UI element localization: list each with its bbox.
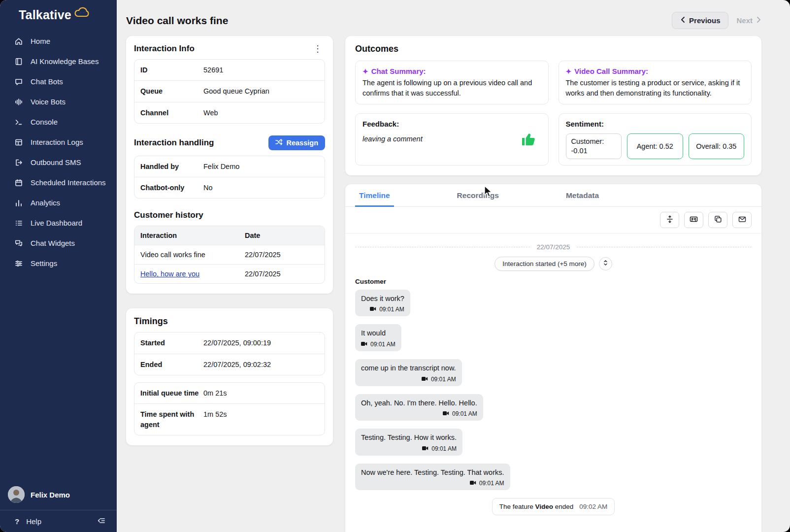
column-header: Interaction <box>140 232 245 239</box>
chat-message: Testing. Testing. How it works. 09:01 AM <box>355 429 462 456</box>
cloud-logo-icon <box>73 6 91 21</box>
next-button[interactable]: Next <box>736 16 761 25</box>
cassette-button[interactable] <box>684 212 703 228</box>
collapse-sidebar-icon[interactable] <box>97 516 106 527</box>
sidebar-item-label: Live Dashboard <box>31 219 82 227</box>
video-ended-event: The feature Video ended 09:02 AM <box>492 498 615 515</box>
interaction-info-title: Interaction Info <box>134 44 195 54</box>
row-value: 22/07/2025, 09:02:32 <box>203 360 319 369</box>
unfold-events-icon <box>602 259 609 268</box>
sidebar-item-console[interactable]: Console <box>0 112 117 132</box>
message-time: 09:01 AM <box>479 480 504 487</box>
timings-card: Timings Started 22/07/2025, 09:00:19 End… <box>126 308 333 445</box>
history-interaction: Video call works fine <box>140 251 245 259</box>
sidebar-item-scheduled-interactions[interactable]: Scheduled Interactions <box>0 172 117 193</box>
calendar-icon <box>14 178 23 187</box>
page-title: Video call works fine <box>126 15 228 27</box>
history-interaction-link[interactable]: Hello, how are you <box>140 270 199 278</box>
video-summary-body: The customer is testing a product or ser… <box>566 78 745 98</box>
date-divider-label: 22/07/2025 <box>537 243 570 251</box>
tab-timeline[interactable]: Timeline <box>355 184 394 207</box>
message-text: Testing. Testing. How it works. <box>361 433 457 443</box>
pager: Previous Next <box>672 12 761 29</box>
chevron-right-icon <box>757 16 761 25</box>
history-date: 22/07/2025 <box>245 251 319 259</box>
sliders-icon <box>14 259 23 268</box>
help-label: Help <box>26 517 41 526</box>
event-text-suffix: ended <box>553 503 573 510</box>
table-row: Channel Web <box>134 102 325 123</box>
help-button[interactable]: ? Help <box>15 517 41 526</box>
chat-message: Does it work? 09:01 AM <box>355 290 410 317</box>
row-value: 52691 <box>203 65 319 75</box>
row-value: 1m 52s <box>203 409 319 430</box>
customer-history-title: Customer history <box>134 210 325 220</box>
user-profile[interactable]: Felix Demo <box>0 480 117 510</box>
kebab-menu-icon[interactable]: ⋮ <box>310 44 325 53</box>
row-label: Initial queue time <box>140 388 203 398</box>
row-label: Queue <box>140 86 203 96</box>
email-icon <box>738 215 747 225</box>
interaction-started-pill[interactable]: Interaction started (+5 more) <box>494 257 594 271</box>
tab-metadata[interactable]: Metadata <box>562 184 603 207</box>
sidebar-item-label: Voice Bots <box>31 98 66 106</box>
cassette-icon <box>689 215 698 225</box>
tab-recordings[interactable]: Recordings <box>453 184 503 207</box>
sidebar-item-analytics[interactable]: Analytics <box>0 193 117 213</box>
video-camera-icon <box>422 376 428 383</box>
waveform-icon <box>14 97 23 106</box>
row-value: Felix Demo <box>203 162 319 171</box>
table-row: Chatbot-only No <box>134 177 325 198</box>
sidebar-item-live-dashboard[interactable]: Live Dashboard <box>0 213 117 233</box>
sidebar-item-chat-bots[interactable]: Chat Bots <box>0 71 117 92</box>
row-value: 22/07/2025, 09:00:19 <box>203 338 319 348</box>
chevron-left-icon <box>680 16 685 25</box>
sparkles-icon: ✦ <box>362 67 368 75</box>
dashboard-icon <box>14 218 23 228</box>
video-call-summary-box: ✦ Video Call Summary: The customer is te… <box>559 61 752 104</box>
book-icon <box>14 57 23 66</box>
sidebar-item-label: Settings <box>31 259 57 267</box>
widgets-icon <box>14 238 23 248</box>
previous-label: Previous <box>689 16 720 25</box>
sidebar-item-label: Analytics <box>31 199 60 207</box>
help-icon: ? <box>15 517 19 526</box>
feedback-heading: Feedback: <box>362 120 423 128</box>
feedback-comment: leaving a comment <box>362 135 423 143</box>
user-name: Felix Demo <box>31 491 70 499</box>
sidebar-item-interaction-logs[interactable]: Interaction Logs <box>0 132 117 152</box>
sparkles-icon: ✦ <box>566 67 572 75</box>
previous-button[interactable]: Previous <box>672 12 728 29</box>
sidebar-item-voice-bots[interactable]: Voice Bots <box>0 92 117 112</box>
expand-collapse-all-button[interactable] <box>660 212 679 228</box>
expand-collapse-icon <box>665 215 674 225</box>
main-content: Video call works fine Previous Next Inte… <box>117 0 790 532</box>
logs-icon <box>14 137 23 147</box>
row-label: Channel <box>140 108 203 118</box>
sidebar-item-outbound-sms[interactable]: Outbound SMS <box>0 152 117 172</box>
chat-summary-heading: Chat Summary: <box>371 67 426 75</box>
sidebar-item-chat-widgets[interactable]: Chat Widgets <box>0 233 117 253</box>
copy-button[interactable] <box>708 212 727 228</box>
email-button[interactable] <box>732 212 752 228</box>
right-column: Outcomes ✦ Chat Summary: The agent is fo… <box>345 36 761 532</box>
message-time: 09:01 AM <box>370 341 395 348</box>
expand-events-button[interactable] <box>599 257 612 270</box>
avatar <box>8 486 25 503</box>
sidebar-item-settings[interactable]: Settings <box>0 253 117 273</box>
row-label: Handled by <box>140 162 203 171</box>
message-text: Now we're here. Testing. Testing. That w… <box>361 468 504 478</box>
sidebar-item-home[interactable]: Home <box>0 31 117 51</box>
video-summary-heading: Video Call Summary: <box>574 67 648 75</box>
chat-message: Now we're here. Testing. Testing. That w… <box>355 464 510 491</box>
interaction-handling-table: Handled by Felix Demo Chatbot-only No <box>134 156 325 199</box>
sidebar-item-label: Home <box>31 37 50 45</box>
sidebar-item-ai-knowledge-bases[interactable]: AI Knowledge Bases <box>0 51 117 71</box>
brand-name: Talkative <box>19 8 71 22</box>
customer-history-table: Interaction Date Video call works fine 2… <box>134 226 325 284</box>
sidebar-nav: Home AI Knowledge Bases Chat Bots Voice … <box>0 31 117 273</box>
message-text: It would <box>361 329 395 338</box>
reassign-button[interactable]: Reassign <box>268 135 325 150</box>
sender-label: Customer <box>355 278 752 285</box>
date-divider: 22/07/2025 <box>355 243 752 251</box>
